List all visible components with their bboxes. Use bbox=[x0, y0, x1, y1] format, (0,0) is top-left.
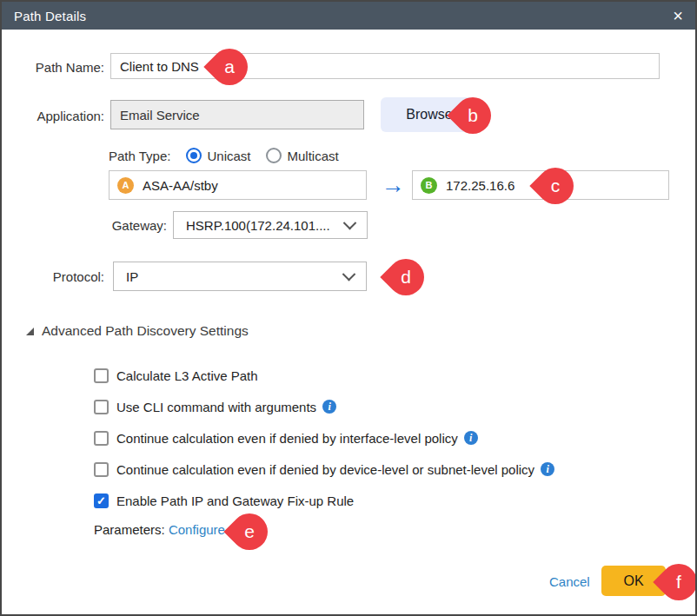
checkbox[interactable] bbox=[94, 368, 109, 383]
radio-unicast-label: Unicast bbox=[207, 149, 250, 163]
checkbox-label: Enable Path IP and Gateway Fix-up Rule bbox=[116, 493, 354, 508]
destination-value: 172.25.16.6 bbox=[446, 178, 514, 193]
application-field: Email Service bbox=[110, 100, 364, 129]
advanced-settings-heading: Advanced Path Discovery Settings bbox=[42, 323, 249, 339]
parameters-row: Parameters: Configure bbox=[94, 522, 225, 537]
checkbox-row: Continue calculation even if denied by i… bbox=[94, 428, 554, 447]
protocol-select[interactable]: IP bbox=[113, 262, 367, 291]
checkbox-row: ✓ Enable Path IP and Gateway Fix-up Rule bbox=[94, 491, 554, 510]
configure-link[interactable]: Configure bbox=[169, 522, 225, 537]
gateway-label: Gateway: bbox=[54, 218, 167, 233]
collapse-triangle-icon bbox=[26, 328, 34, 335]
info-icon[interactable]: i bbox=[464, 431, 478, 445]
annotation-d: d bbox=[380, 251, 431, 302]
path-details-dialog: Path Details × Path Name: Application: E… bbox=[0, 0, 697, 616]
checkbox-label: Continue calculation even if denied by i… bbox=[116, 431, 458, 446]
close-icon[interactable]: × bbox=[673, 7, 683, 24]
dialog-titlebar: Path Details × bbox=[2, 2, 695, 30]
checkbox[interactable] bbox=[94, 462, 109, 477]
annotation-c: c bbox=[529, 160, 581, 211]
destination-b-badge: B bbox=[421, 177, 437, 194]
checkbox-list: Calculate L3 Active Path Use CLI command… bbox=[94, 366, 554, 522]
checkbox-label: Use CLI command with arguments bbox=[116, 400, 316, 414]
checkbox-row: Use CLI command with arguments i bbox=[94, 397, 554, 416]
source-value: ASA-AA/stby bbox=[143, 178, 218, 193]
annotation-letter: e bbox=[231, 513, 268, 550]
checkbox-row: Calculate L3 Active Path bbox=[94, 366, 554, 385]
advanced-settings-toggle[interactable]: Advanced Path Discovery Settings bbox=[26, 323, 249, 339]
annotation-letter: f bbox=[660, 564, 697, 600]
parameters-label: Parameters: bbox=[94, 522, 165, 537]
radio-multicast[interactable]: Multicast bbox=[266, 148, 338, 163]
radio-icon bbox=[266, 148, 282, 163]
annotation-letter: d bbox=[388, 259, 424, 295]
protocol-value: IP bbox=[126, 269, 138, 284]
info-icon[interactable]: i bbox=[541, 462, 554, 476]
checkbox[interactable]: ✓ bbox=[94, 493, 109, 508]
annotation-e: e bbox=[223, 506, 275, 557]
dialog-title: Path Details bbox=[14, 9, 86, 23]
path-name-input[interactable] bbox=[110, 53, 660, 79]
path-name-label: Path Name: bbox=[2, 60, 104, 75]
checkbox[interactable] bbox=[94, 400, 109, 414]
radio-unicast[interactable]: Unicast bbox=[186, 148, 250, 163]
annotation-letter: b bbox=[455, 97, 491, 134]
path-arrow-icon: → bbox=[375, 170, 411, 200]
checkbox-label: Calculate L3 Active Path bbox=[116, 368, 258, 383]
gateway-value: HSRP.100(172.24.101.... bbox=[186, 218, 330, 233]
source-a-badge: A bbox=[117, 177, 134, 194]
annotation-f: f bbox=[653, 556, 697, 607]
annotation-b: b bbox=[447, 89, 498, 141]
path-type-label: Path Type: bbox=[109, 149, 170, 163]
source-field[interactable]: A ASA-AA/stby bbox=[109, 170, 367, 200]
annotation-letter: c bbox=[537, 168, 574, 204]
gateway-select[interactable]: HSRP.100(172.24.101.... bbox=[173, 211, 368, 239]
checkbox[interactable] bbox=[94, 431, 109, 446]
info-icon[interactable]: i bbox=[322, 400, 336, 414]
checkbox-row: Continue calculation even if denied by d… bbox=[94, 460, 554, 479]
checkbox-label: Continue calculation even if denied by d… bbox=[116, 462, 534, 477]
chevron-down-icon bbox=[343, 215, 357, 229]
path-type-row: Path Type: Unicast Multicast bbox=[109, 148, 339, 163]
radio-multicast-label: Multicast bbox=[287, 149, 338, 163]
chevron-down-icon bbox=[342, 267, 356, 281]
annotation-letter: a bbox=[211, 49, 248, 85]
cancel-button[interactable]: Cancel bbox=[549, 574, 590, 589]
annotation-a: a bbox=[203, 41, 255, 92]
radio-icon bbox=[186, 148, 202, 163]
application-label: Application: bbox=[2, 109, 104, 123]
protocol-label: Protocol: bbox=[2, 269, 104, 284]
